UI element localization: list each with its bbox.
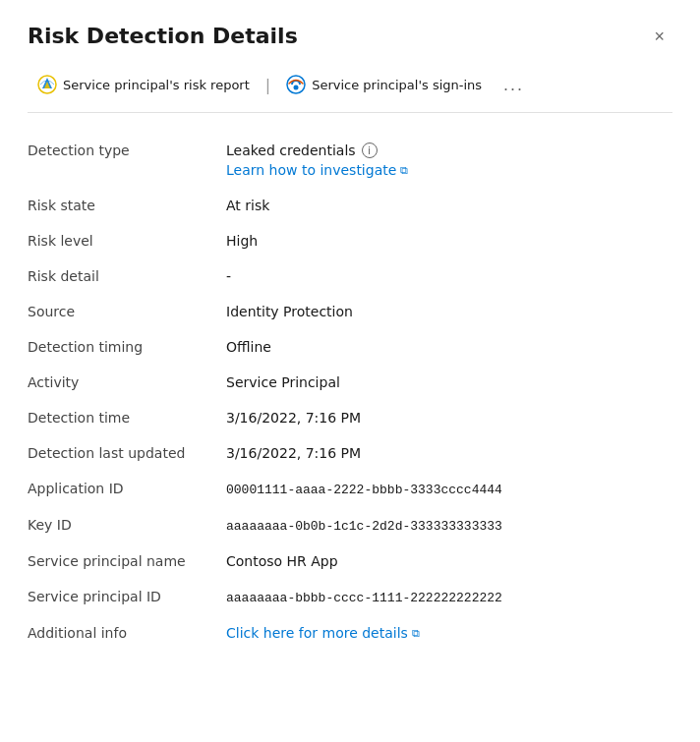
detail-value-9: 00001111-aaaa-2222-bbbb-3333cccc4444	[214, 471, 672, 507]
detail-monospace-value-9: 00001111-aaaa-2222-bbbb-3333cccc4444	[226, 483, 502, 497]
detail-value-8: 3/16/2022, 7:16 PM	[214, 435, 672, 471]
detail-label-7: Detection time	[28, 400, 214, 435]
detail-value-5: Offline	[214, 329, 672, 365]
risk-report-label: Service principal's risk report	[63, 78, 250, 92]
additional-info-label: Click here for more details	[226, 625, 408, 641]
detail-value-13: Click here for more details ⧉	[214, 615, 672, 651]
learn-how-link[interactable]: Learn how to investigate⧉	[226, 162, 672, 178]
detail-label-8: Detection last updated	[28, 435, 214, 471]
detail-label-4: Source	[28, 294, 214, 329]
detail-value-2: High	[214, 223, 672, 258]
panel-header: Risk Detection Details ×	[28, 24, 672, 49]
detail-value-4: Identity Protection	[214, 294, 672, 329]
detail-value-3: -	[214, 258, 672, 294]
toolbar-separator: |	[263, 76, 272, 94]
detail-label-10: Key ID	[28, 507, 214, 542]
detail-label-11: Service principal name	[28, 543, 214, 579]
close-button[interactable]: ×	[646, 24, 672, 49]
svg-point-2	[294, 86, 299, 90]
detail-value-10: aaaaaaaa-0b0b-1c1c-2d2d-333333333333	[214, 507, 672, 543]
detection-type-value: Leaked credentials	[226, 143, 356, 158]
additional-info-external-icon: ⧉	[412, 627, 420, 640]
risk-report-icon	[37, 75, 57, 94]
more-options-button[interactable]: ...	[496, 71, 532, 99]
detail-value-0: Leaked credentialsiLearn how to investig…	[214, 133, 672, 188]
toolbar: Service principal's risk report | Servic…	[28, 69, 672, 113]
risk-report-link[interactable]: Service principal's risk report	[28, 69, 260, 100]
details-grid: Detection typeLeaked credentialsiLearn h…	[28, 133, 672, 651]
detail-label-0: Detection type	[28, 133, 214, 168]
detail-label-1: Risk state	[28, 188, 214, 223]
detail-label-3: Risk detail	[28, 258, 214, 294]
sign-ins-icon	[286, 75, 306, 94]
detail-monospace-value-12: aaaaaaaa-bbbb-cccc-1111-222222222222	[226, 591, 502, 605]
detail-value-12: aaaaaaaa-bbbb-cccc-1111-222222222222	[214, 579, 672, 615]
detail-value-1: At risk	[214, 188, 672, 223]
additional-info-link[interactable]: Click here for more details ⧉	[226, 625, 420, 641]
detail-label-5: Detection timing	[28, 329, 214, 365]
svg-point-1	[287, 76, 305, 93]
detail-label-6: Activity	[28, 365, 214, 400]
learn-how-label: Learn how to investigate	[226, 162, 396, 178]
panel-title: Risk Detection Details	[28, 24, 298, 48]
detail-label-9: Application ID	[28, 471, 214, 506]
detail-value-7: 3/16/2022, 7:16 PM	[214, 400, 672, 435]
external-link-icon: ⧉	[400, 164, 408, 177]
detail-label-2: Risk level	[28, 223, 214, 258]
detail-monospace-value-10: aaaaaaaa-0b0b-1c1c-2d2d-333333333333	[226, 519, 502, 534]
detail-value-11: Contoso HR App	[214, 543, 672, 579]
sign-ins-label: Service principal's sign-ins	[312, 78, 482, 92]
info-icon[interactable]: i	[362, 143, 378, 158]
sign-ins-link[interactable]: Service principal's sign-ins	[276, 69, 492, 100]
detail-label-13: Additional info	[28, 615, 214, 651]
detail-label-12: Service principal ID	[28, 579, 214, 614]
risk-detection-panel: Risk Detection Details × Service princip…	[0, 0, 700, 742]
detail-value-6: Service Principal	[214, 365, 672, 400]
